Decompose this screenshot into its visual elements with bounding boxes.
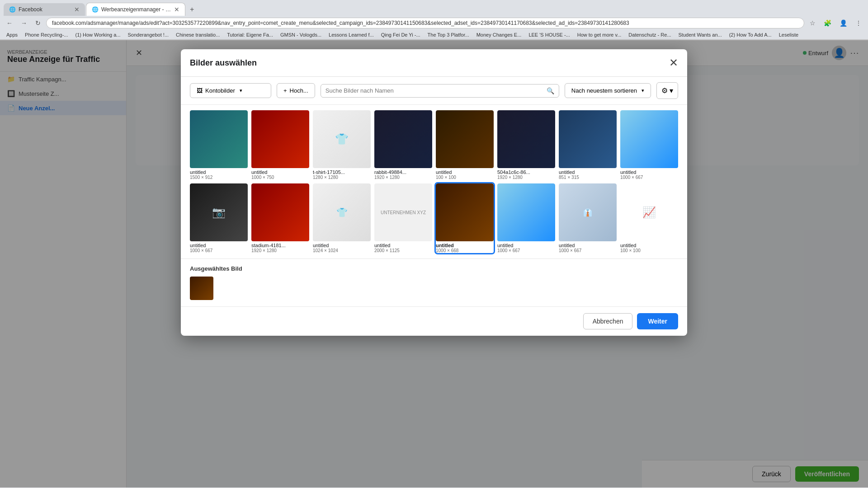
reload-button[interactable]: ↻ (33, 18, 43, 28)
upload-button[interactable]: + Hoch... (277, 83, 315, 98)
forward-button[interactable]: → (18, 18, 30, 28)
bookmark-student[interactable]: Student Wants an... (676, 31, 725, 38)
image-thumb-6 (497, 110, 555, 168)
image-label-1: untitled (190, 169, 248, 175)
image-label-3: t-shirt-17105... (313, 169, 371, 175)
bookmark-phone[interactable]: Phone Recycling-... (22, 31, 71, 38)
filter-chevron: ▾ (670, 86, 673, 95)
bookmark-lessons[interactable]: Lessons Learned f... (326, 31, 377, 38)
image-item-3[interactable]: 👕 t-shirt-17105... 1280 × 1280 (313, 110, 371, 180)
upload-plus-icon: + (283, 87, 287, 94)
search-input[interactable] (326, 87, 544, 94)
bookmark-datenschutz[interactable]: Datenschutz - Re... (626, 31, 674, 38)
bookmark-sonder[interactable]: Sonderangebot !... (125, 31, 172, 38)
image-label-11: untitled (313, 243, 371, 248)
image-item-15[interactable]: 👔 untitled 1000 × 667 (559, 183, 617, 253)
image-item-2[interactable]: untitled 1000 × 750 (251, 110, 309, 180)
new-tab-button[interactable]: + (186, 4, 198, 15)
source-chevron: ▾ (240, 88, 242, 94)
image-dims-4: 1920 × 1280 (374, 175, 432, 180)
bookmark-button[interactable]: ☆ (807, 18, 818, 28)
image-grid-row1: untitled 1500 × 912 untitled 1000 × 750 … (190, 110, 678, 180)
image-item-16[interactable]: 📈 untitled 100 × 100 (620, 183, 678, 253)
tab-ads-icon: 🌐 (92, 6, 99, 13)
selected-section: Ausgewähltes Bild (181, 258, 687, 306)
image-item-12[interactable]: UNTERNEHMEN XYZ untitled 2000 × 1125 (374, 183, 432, 253)
image-thumb-12: UNTERNEHMEN XYZ (374, 183, 432, 241)
image-item-5[interactable]: untitled 100 × 100 (436, 110, 494, 180)
image-picker-modal: Bilder auswählen ✕ 🖼 Kontobilder ▾ + Hoc… (181, 49, 687, 336)
profile-button[interactable]: 👤 (837, 18, 850, 28)
bookmark-money[interactable]: Money Changes E... (474, 31, 524, 38)
address-bar[interactable]: facebook.com/adsmanager/manage/ads/edit?… (46, 18, 804, 28)
back-button[interactable]: ← (4, 18, 15, 28)
filter-button[interactable]: ⚙ ▾ (656, 82, 678, 99)
bookmarks-bar: Apps Phone Recycling-... (1) How Working… (0, 30, 868, 40)
main-content: Werbeanzeige Neue Anzeige für Traffic 📁 … (0, 40, 868, 488)
image-label-2: untitled (251, 169, 309, 175)
image-dims-12: 2000 × 1125 (374, 248, 432, 253)
image-item-1[interactable]: untitled 1500 × 912 (190, 110, 248, 180)
cancel-button[interactable]: Abbrechen (583, 313, 633, 329)
bookmark-lee[interactable]: LEE 'S HOUSE -... (526, 31, 572, 38)
bookmark-tutorial[interactable]: Tutorial: Eigene Fa... (224, 31, 276, 38)
search-icon: 🔍 (547, 87, 554, 94)
image-thumb-3: 👕 (313, 110, 371, 168)
tab-ads-close[interactable]: ✕ (174, 6, 179, 13)
image-label-13: untitled (436, 243, 494, 248)
address-bar-row: ← → ↻ facebook.com/adsmanager/manage/ads… (0, 16, 868, 30)
bookmark-how2[interactable]: (2) How To Add A... (726, 31, 774, 38)
image-thumb-9: 📷 (190, 183, 248, 241)
bookmark-top3[interactable]: The Top 3 Platfor... (425, 31, 472, 38)
search-bar: 🔍 (321, 84, 559, 98)
image-item-10[interactable]: stadium-4181... 1920 × 1280 (251, 183, 309, 253)
image-label-15: untitled (559, 243, 617, 248)
image-item-7[interactable]: untitled 851 × 315 (559, 110, 617, 180)
image-dims-10: 1920 × 1280 (251, 248, 309, 253)
selected-thumbnail (190, 277, 213, 300)
image-item-8[interactable]: untitled 1000 × 667 (620, 110, 678, 180)
image-thumb-16: 📈 (620, 183, 678, 241)
image-modal-title: Bilder auswählen (190, 58, 257, 68)
image-thumb-8 (620, 110, 678, 168)
source-dropdown[interactable]: 🖼 Kontobilder ▾ (190, 83, 271, 98)
bookmark-gmsn[interactable]: GMSN - Vologds... (278, 31, 324, 38)
image-item-6[interactable]: 504a1c6c-86... 1920 × 1280 (497, 110, 555, 180)
source-icon: 🖼 (197, 87, 203, 94)
image-dims-3: 1280 × 1280 (313, 175, 371, 180)
image-dims-14: 1000 × 667 (497, 248, 555, 253)
image-dims-2: 1000 × 750 (251, 175, 309, 180)
image-item-9[interactable]: 📷 untitled 1000 × 667 (190, 183, 248, 253)
bookmark-how[interactable]: (1) How Working a... (72, 31, 123, 38)
image-dims-16: 100 × 100 (620, 248, 678, 253)
confirm-button[interactable]: Weiter (637, 313, 678, 329)
tab-facebook[interactable]: 🌐 Facebook ✕ (4, 3, 85, 16)
image-item-14[interactable]: untitled 1000 × 667 (497, 183, 555, 253)
tab-ads-manager[interactable]: 🌐 Werbeanzeigenmanager - We... ✕ (86, 3, 185, 16)
image-item-4[interactable]: rabbit-49884... 1920 × 1280 (374, 110, 432, 180)
bookmark-chinese[interactable]: Chinese translatio... (173, 31, 222, 38)
image-modal-close[interactable]: ✕ (669, 56, 678, 69)
bookmark-qing[interactable]: Qing Fei De Yi -... (378, 31, 423, 38)
image-label-6: 504a1c6c-86... (497, 169, 555, 175)
image-label-8: untitled (620, 169, 678, 175)
image-dims-11: 1024 × 1024 (313, 248, 371, 253)
bookmark-more[interactable]: How to get more v... (575, 31, 624, 38)
image-label-14: untitled (497, 243, 555, 248)
image-dims-6: 1920 × 1280 (497, 175, 555, 180)
bookmark-leseliste[interactable]: Leseliste (776, 31, 801, 38)
tab-facebook-close[interactable]: ✕ (74, 6, 80, 13)
image-dims-7: 851 × 315 (559, 175, 617, 180)
sort-label: Nach neuestem sortieren (571, 87, 637, 94)
image-item-11[interactable]: 👕 untitled 1024 × 1024 (313, 183, 371, 253)
image-item-13[interactable]: untitled 1000 × 668 (436, 183, 494, 253)
bookmark-apps[interactable]: Apps (4, 31, 20, 38)
tab-facebook-icon: 🌐 (9, 6, 16, 13)
menu-button[interactable]: ⋮ (853, 18, 864, 28)
image-grid-row2: 📷 untitled 1000 × 667 stadium-4181... 19… (190, 183, 678, 253)
source-label: Kontobilder (205, 87, 235, 94)
extensions-button[interactable]: 🧩 (821, 18, 834, 28)
sort-dropdown[interactable]: Nach neuestem sortieren ▾ (565, 83, 651, 98)
image-thumb-5 (436, 110, 494, 168)
image-label-16: untitled (620, 243, 678, 248)
